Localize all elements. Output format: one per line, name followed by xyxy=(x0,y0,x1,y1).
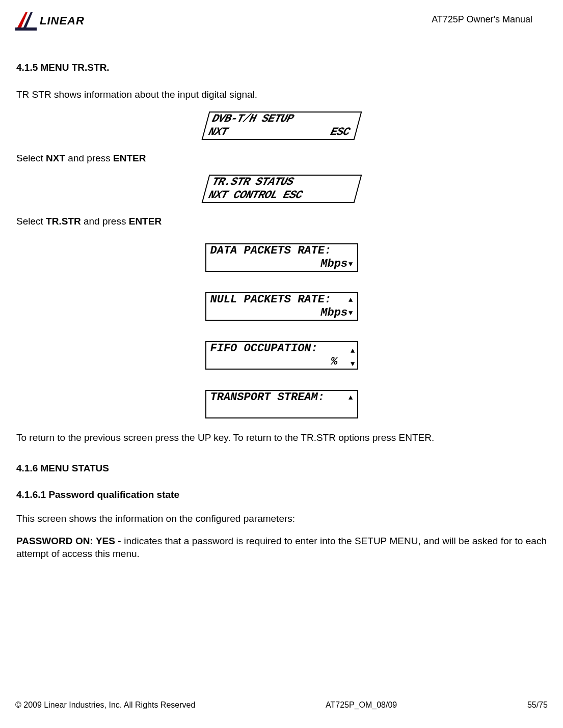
arrow-up-icon: ▲ xyxy=(351,344,355,357)
lcd-group-1: DVB-T/H SETUP NXT ESC xyxy=(16,111,547,140)
page-content: 4.1.5 MENU TR.STR. TR STR shows informat… xyxy=(15,62,548,561)
brand-name: LINEAR xyxy=(40,14,85,27)
return-text: To return to the previous screen press t… xyxy=(16,432,547,444)
logo-mark-icon xyxy=(15,10,37,32)
arrow-up-icon: ▲ xyxy=(348,296,353,303)
arrow-down-icon: ▼ xyxy=(348,310,353,317)
lcd-text: NXT CONTROL ESC xyxy=(207,189,304,202)
lcd-text: TRANSPORT STREAM: xyxy=(210,391,325,404)
lcd-text: Mbps xyxy=(320,258,347,271)
lcd-group-2: TR.STR STATUS NXT CONTROL ESC xyxy=(16,175,547,203)
lcd-box-fifo: FIFO OCCUPATION: % ▲ ▼ xyxy=(205,341,358,370)
lcd-text: NULL PACKETS RATE: xyxy=(210,293,332,306)
lcd-box-data-packets: DATA PACKETS RATE: Mbps ▼ xyxy=(205,243,358,272)
lcd-text: ESC xyxy=(329,126,353,139)
footer-doc-code: AT725P_OM_08/09 xyxy=(326,701,397,710)
intro-text-416: This screen shows the information on the… xyxy=(16,513,547,525)
page-header: LINEAR AT725P Owner's Manual xyxy=(15,10,548,32)
lcd-text: % xyxy=(331,355,353,369)
step-2-text: Select TR.STR and press ENTER xyxy=(16,215,547,228)
arrow-down-icon: ▼ xyxy=(351,357,355,371)
arrow-down-icon: ▼ xyxy=(348,261,353,268)
document-title: AT725P Owner's Manual xyxy=(432,10,548,25)
lcd-text: Mbps xyxy=(320,306,347,320)
arrow-up-icon: ▲ xyxy=(348,394,353,401)
lcd-text: NXT xyxy=(207,126,229,139)
footer-copyright: © 2009 Linear Industries, Inc. All Right… xyxy=(15,701,195,710)
lcd-text: FIFO OCCUPATION: xyxy=(210,342,318,355)
page-footer: © 2009 Linear Industries, Inc. All Right… xyxy=(15,701,548,710)
intro-text-415: TR STR shows information about the input… xyxy=(16,89,547,101)
brand-logo: LINEAR xyxy=(15,10,85,32)
footer-page-number: 55/75 xyxy=(527,701,548,710)
svg-rect-2 xyxy=(15,27,37,31)
step-1-text: Select NXT and press ENTER xyxy=(16,152,547,165)
lcd-text: TR.STR STATUS xyxy=(210,176,295,189)
section-heading-415: 4.1.5 MENU TR.STR. xyxy=(16,62,547,73)
lcd-box-null-packets: NULL PACKETS RATE: ▲ Mbps ▼ xyxy=(205,292,358,321)
password-text: PASSWORD ON: YES - indicates that a pass… xyxy=(16,535,547,560)
lcd-group-3: DATA PACKETS RATE: Mbps ▼ NULL PACKETS R… xyxy=(16,243,547,418)
lcd-box-setup: DVB-T/H SETUP NXT ESC xyxy=(201,111,362,140)
lcd-box-transport: TRANSPORT STREAM: ▲ xyxy=(205,390,358,418)
section-heading-416: 4.1.6 MENU STATUS xyxy=(16,463,547,474)
lcd-text: DVB-T/H SETUP xyxy=(210,113,295,126)
lcd-box-trstr: TR.STR STATUS NXT CONTROL ESC xyxy=(201,175,362,203)
sub-heading-4161: 4.1.6.1 Password qualification state xyxy=(16,489,547,500)
lcd-text: DATA PACKETS RATE: xyxy=(210,244,332,258)
